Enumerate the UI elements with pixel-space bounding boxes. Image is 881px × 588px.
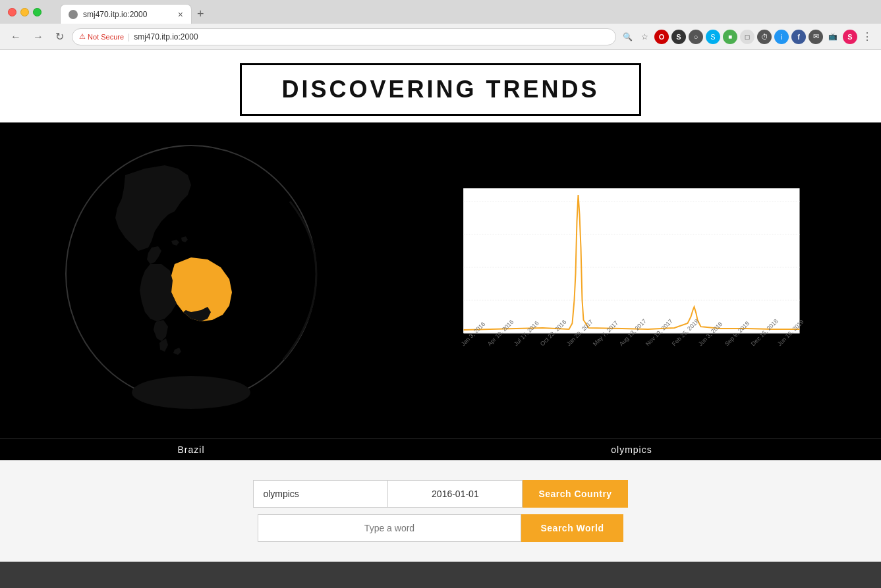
south-america-west	[140, 264, 177, 321]
extension-circle-icon[interactable]: ○	[689, 30, 703, 44]
chart-wrapper: Jan 3, 2016 Apr 10, 2016 Jul 17, 2016 Oc…	[382, 182, 861, 366]
extension-box-icon[interactable]: □	[740, 30, 754, 44]
extension-s-icon[interactable]: S	[671, 30, 686, 44]
not-secure-indicator: ⚠ Not Secure	[79, 32, 124, 41]
opera-icon[interactable]: O	[654, 30, 669, 44]
traffic-lights	[8, 8, 42, 16]
extension-green-icon[interactable]: ■	[723, 30, 737, 44]
skype-icon[interactable]: S	[706, 30, 720, 44]
globe-svg	[59, 136, 323, 425]
chart-section: Jan 3, 2016 Apr 10, 2016 Jul 17, 2016 Oc…	[382, 122, 881, 439]
country-label: Brazil	[0, 439, 382, 460]
address-text: smj470.itp.io:2000	[134, 32, 198, 41]
globe-arc	[283, 201, 316, 360]
avatar-icon[interactable]: S	[843, 30, 857, 44]
globe-container	[59, 136, 323, 425]
timer-icon[interactable]: ⏱	[757, 30, 772, 44]
page-title: DISCOVERING TRENDS	[281, 76, 599, 103]
search-world-button[interactable]: Search World	[521, 514, 623, 542]
north-america	[115, 165, 191, 251]
back-button[interactable]: ←	[7, 28, 25, 45]
main-area: Jan 3, 2016 Apr 10, 2016 Jul 17, 2016 Oc…	[0, 122, 881, 439]
controls-inner: Search Country Search World	[253, 480, 627, 542]
patagonia	[154, 320, 168, 341]
close-button[interactable]	[8, 8, 16, 16]
keyword-input[interactable]	[253, 480, 388, 508]
controls-area: Search Country Search World	[0, 460, 881, 562]
tab-favicon	[69, 10, 78, 19]
cast-icon[interactable]: 📺	[826, 30, 840, 44]
controls-row-1: Search Country	[253, 480, 627, 508]
caribbean	[171, 240, 179, 246]
page-content: DISCOVERING TRENDS	[0, 50, 881, 562]
falklands	[173, 348, 181, 355]
browser-titlebar: smj470.itp.io:2000 × +	[0, 0, 881, 24]
tab-title: smj470.itp.io:2000	[83, 10, 147, 19]
label-bar: Brazil olympics	[0, 439, 881, 460]
facebook-icon[interactable]: f	[791, 30, 806, 44]
search-icon[interactable]: 🔍	[620, 30, 635, 44]
title-box: DISCOVERING TRENDS	[240, 63, 640, 116]
date-input[interactable]	[388, 480, 523, 508]
address-bar[interactable]: ⚠ Not Secure | smj470.itp.io:2000	[72, 28, 616, 45]
title-container: DISCOVERING TRENDS	[0, 50, 881, 122]
tab-close-icon[interactable]: ×	[178, 9, 183, 20]
keyword-label: olympics	[382, 439, 881, 460]
new-tab-button[interactable]: +	[192, 4, 210, 24]
globe-section	[0, 122, 382, 439]
reload-button[interactable]: ↻	[51, 28, 68, 45]
minimize-button[interactable]	[20, 8, 29, 16]
search-country-button[interactable]: Search Country	[523, 480, 627, 508]
browser-tab[interactable]: smj470.itp.io:2000 ×	[60, 4, 192, 24]
page-inner: DISCOVERING TRENDS	[0, 50, 881, 562]
antarctica	[132, 376, 250, 409]
central-america	[147, 246, 161, 264]
menu-icon[interactable]: ⋮	[860, 30, 874, 44]
extension-blue-icon[interactable]: i	[774, 30, 789, 44]
chart-bg	[464, 188, 800, 333]
word-input[interactable]	[258, 514, 521, 542]
browser-toolbar: ← → ↻ ⚠ Not Secure | smj470.itp.io:2000 …	[0, 24, 881, 50]
bookmark-icon[interactable]: ☆	[637, 30, 652, 44]
mail-icon[interactable]: ✉	[809, 30, 823, 44]
toolbar-icons: 🔍 ☆ O S ○ S ■ □ ⏱ i f ✉ 📺 S ⋮	[620, 30, 874, 44]
trend-chart: Jan 3, 2016 Apr 10, 2016 Jul 17, 2016 Oc…	[382, 182, 861, 366]
caribbean2	[181, 236, 188, 242]
maximize-button[interactable]	[33, 8, 42, 16]
controls-row-2: Search World	[258, 514, 623, 542]
forward-button[interactable]: →	[29, 28, 47, 45]
address-separator: |	[128, 32, 130, 41]
not-secure-label: Not Secure	[88, 33, 124, 41]
browser-chrome: smj470.itp.io:2000 × + ← → ↻ ⚠ Not Secur…	[0, 0, 881, 50]
warning-icon: ⚠	[79, 32, 86, 41]
